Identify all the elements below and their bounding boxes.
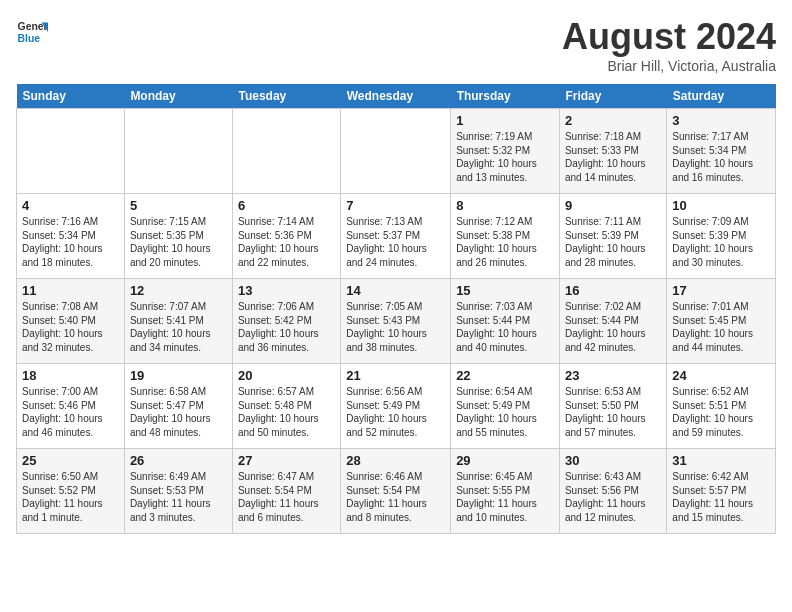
calendar-cell: 31Sunrise: 6:42 AM Sunset: 5:57 PM Dayli… — [667, 449, 776, 534]
day-info: Sunrise: 6:52 AM Sunset: 5:51 PM Dayligh… — [672, 385, 770, 439]
calendar-week-row: 18Sunrise: 7:00 AM Sunset: 5:46 PM Dayli… — [17, 364, 776, 449]
calendar-cell — [124, 109, 232, 194]
title-block: August 2024 Briar Hill, Victoria, Austra… — [562, 16, 776, 74]
day-info: Sunrise: 7:08 AM Sunset: 5:40 PM Dayligh… — [22, 300, 119, 354]
calendar-table: SundayMondayTuesdayWednesdayThursdayFrid… — [16, 84, 776, 534]
day-number: 8 — [456, 198, 554, 213]
calendar-cell: 14Sunrise: 7:05 AM Sunset: 5:43 PM Dayli… — [341, 279, 451, 364]
calendar-cell: 3Sunrise: 7:17 AM Sunset: 5:34 PM Daylig… — [667, 109, 776, 194]
day-number: 21 — [346, 368, 445, 383]
calendar-cell: 25Sunrise: 6:50 AM Sunset: 5:52 PM Dayli… — [17, 449, 125, 534]
day-info: Sunrise: 7:17 AM Sunset: 5:34 PM Dayligh… — [672, 130, 770, 184]
day-info: Sunrise: 6:49 AM Sunset: 5:53 PM Dayligh… — [130, 470, 227, 524]
day-number: 1 — [456, 113, 554, 128]
calendar-cell: 1Sunrise: 7:19 AM Sunset: 5:32 PM Daylig… — [451, 109, 560, 194]
day-info: Sunrise: 7:19 AM Sunset: 5:32 PM Dayligh… — [456, 130, 554, 184]
day-number: 15 — [456, 283, 554, 298]
day-info: Sunrise: 6:50 AM Sunset: 5:52 PM Dayligh… — [22, 470, 119, 524]
day-number: 22 — [456, 368, 554, 383]
month-title: August 2024 — [562, 16, 776, 58]
day-number: 31 — [672, 453, 770, 468]
calendar-cell: 29Sunrise: 6:45 AM Sunset: 5:55 PM Dayli… — [451, 449, 560, 534]
day-number: 9 — [565, 198, 661, 213]
day-info: Sunrise: 7:01 AM Sunset: 5:45 PM Dayligh… — [672, 300, 770, 354]
day-info: Sunrise: 7:12 AM Sunset: 5:38 PM Dayligh… — [456, 215, 554, 269]
day-info: Sunrise: 7:05 AM Sunset: 5:43 PM Dayligh… — [346, 300, 445, 354]
calendar-cell: 7Sunrise: 7:13 AM Sunset: 5:37 PM Daylig… — [341, 194, 451, 279]
calendar-cell: 27Sunrise: 6:47 AM Sunset: 5:54 PM Dayli… — [232, 449, 340, 534]
day-number: 6 — [238, 198, 335, 213]
weekday-header-row: SundayMondayTuesdayWednesdayThursdayFrid… — [17, 84, 776, 109]
day-number: 26 — [130, 453, 227, 468]
calendar-cell: 4Sunrise: 7:16 AM Sunset: 5:34 PM Daylig… — [17, 194, 125, 279]
weekday-header-thursday: Thursday — [451, 84, 560, 109]
day-info: Sunrise: 6:56 AM Sunset: 5:49 PM Dayligh… — [346, 385, 445, 439]
weekday-header-monday: Monday — [124, 84, 232, 109]
day-info: Sunrise: 7:14 AM Sunset: 5:36 PM Dayligh… — [238, 215, 335, 269]
day-info: Sunrise: 7:11 AM Sunset: 5:39 PM Dayligh… — [565, 215, 661, 269]
calendar-cell: 9Sunrise: 7:11 AM Sunset: 5:39 PM Daylig… — [559, 194, 666, 279]
calendar-cell: 18Sunrise: 7:00 AM Sunset: 5:46 PM Dayli… — [17, 364, 125, 449]
day-number: 29 — [456, 453, 554, 468]
day-info: Sunrise: 6:47 AM Sunset: 5:54 PM Dayligh… — [238, 470, 335, 524]
calendar-cell: 23Sunrise: 6:53 AM Sunset: 5:50 PM Dayli… — [559, 364, 666, 449]
calendar-cell: 22Sunrise: 6:54 AM Sunset: 5:49 PM Dayli… — [451, 364, 560, 449]
calendar-cell — [232, 109, 340, 194]
calendar-cell: 2Sunrise: 7:18 AM Sunset: 5:33 PM Daylig… — [559, 109, 666, 194]
calendar-cell: 20Sunrise: 6:57 AM Sunset: 5:48 PM Dayli… — [232, 364, 340, 449]
weekday-header-saturday: Saturday — [667, 84, 776, 109]
day-info: Sunrise: 7:03 AM Sunset: 5:44 PM Dayligh… — [456, 300, 554, 354]
location-subtitle: Briar Hill, Victoria, Australia — [562, 58, 776, 74]
day-number: 14 — [346, 283, 445, 298]
calendar-cell: 16Sunrise: 7:02 AM Sunset: 5:44 PM Dayli… — [559, 279, 666, 364]
day-info: Sunrise: 6:54 AM Sunset: 5:49 PM Dayligh… — [456, 385, 554, 439]
page-header: General Blue August 2024 Briar Hill, Vic… — [16, 16, 776, 74]
calendar-cell: 5Sunrise: 7:15 AM Sunset: 5:35 PM Daylig… — [124, 194, 232, 279]
day-number: 23 — [565, 368, 661, 383]
calendar-cell: 19Sunrise: 6:58 AM Sunset: 5:47 PM Dayli… — [124, 364, 232, 449]
day-info: Sunrise: 7:00 AM Sunset: 5:46 PM Dayligh… — [22, 385, 119, 439]
calendar-cell: 21Sunrise: 6:56 AM Sunset: 5:49 PM Dayli… — [341, 364, 451, 449]
logo-icon: General Blue — [16, 16, 48, 48]
day-number: 28 — [346, 453, 445, 468]
day-number: 11 — [22, 283, 119, 298]
weekday-header-friday: Friday — [559, 84, 666, 109]
calendar-cell: 11Sunrise: 7:08 AM Sunset: 5:40 PM Dayli… — [17, 279, 125, 364]
day-number: 13 — [238, 283, 335, 298]
day-number: 12 — [130, 283, 227, 298]
day-info: Sunrise: 7:02 AM Sunset: 5:44 PM Dayligh… — [565, 300, 661, 354]
weekday-header-tuesday: Tuesday — [232, 84, 340, 109]
calendar-cell: 30Sunrise: 6:43 AM Sunset: 5:56 PM Dayli… — [559, 449, 666, 534]
calendar-cell: 6Sunrise: 7:14 AM Sunset: 5:36 PM Daylig… — [232, 194, 340, 279]
day-info: Sunrise: 7:16 AM Sunset: 5:34 PM Dayligh… — [22, 215, 119, 269]
day-info: Sunrise: 6:57 AM Sunset: 5:48 PM Dayligh… — [238, 385, 335, 439]
calendar-cell: 26Sunrise: 6:49 AM Sunset: 5:53 PM Dayli… — [124, 449, 232, 534]
day-number: 25 — [22, 453, 119, 468]
day-info: Sunrise: 7:07 AM Sunset: 5:41 PM Dayligh… — [130, 300, 227, 354]
calendar-cell: 15Sunrise: 7:03 AM Sunset: 5:44 PM Dayli… — [451, 279, 560, 364]
logo: General Blue — [16, 16, 48, 48]
day-number: 10 — [672, 198, 770, 213]
day-info: Sunrise: 6:45 AM Sunset: 5:55 PM Dayligh… — [456, 470, 554, 524]
calendar-cell — [341, 109, 451, 194]
day-number: 17 — [672, 283, 770, 298]
day-number: 5 — [130, 198, 227, 213]
day-info: Sunrise: 7:13 AM Sunset: 5:37 PM Dayligh… — [346, 215, 445, 269]
day-number: 4 — [22, 198, 119, 213]
weekday-header-wednesday: Wednesday — [341, 84, 451, 109]
day-number: 16 — [565, 283, 661, 298]
svg-text:Blue: Blue — [18, 33, 41, 44]
day-info: Sunrise: 6:53 AM Sunset: 5:50 PM Dayligh… — [565, 385, 661, 439]
day-number: 18 — [22, 368, 119, 383]
day-number: 24 — [672, 368, 770, 383]
calendar-week-row: 4Sunrise: 7:16 AM Sunset: 5:34 PM Daylig… — [17, 194, 776, 279]
calendar-cell: 24Sunrise: 6:52 AM Sunset: 5:51 PM Dayli… — [667, 364, 776, 449]
calendar-cell: 13Sunrise: 7:06 AM Sunset: 5:42 PM Dayli… — [232, 279, 340, 364]
day-info: Sunrise: 6:58 AM Sunset: 5:47 PM Dayligh… — [130, 385, 227, 439]
day-info: Sunrise: 7:15 AM Sunset: 5:35 PM Dayligh… — [130, 215, 227, 269]
calendar-cell: 28Sunrise: 6:46 AM Sunset: 5:54 PM Dayli… — [341, 449, 451, 534]
day-number: 3 — [672, 113, 770, 128]
calendar-cell: 8Sunrise: 7:12 AM Sunset: 5:38 PM Daylig… — [451, 194, 560, 279]
day-info: Sunrise: 7:09 AM Sunset: 5:39 PM Dayligh… — [672, 215, 770, 269]
calendar-cell: 10Sunrise: 7:09 AM Sunset: 5:39 PM Dayli… — [667, 194, 776, 279]
